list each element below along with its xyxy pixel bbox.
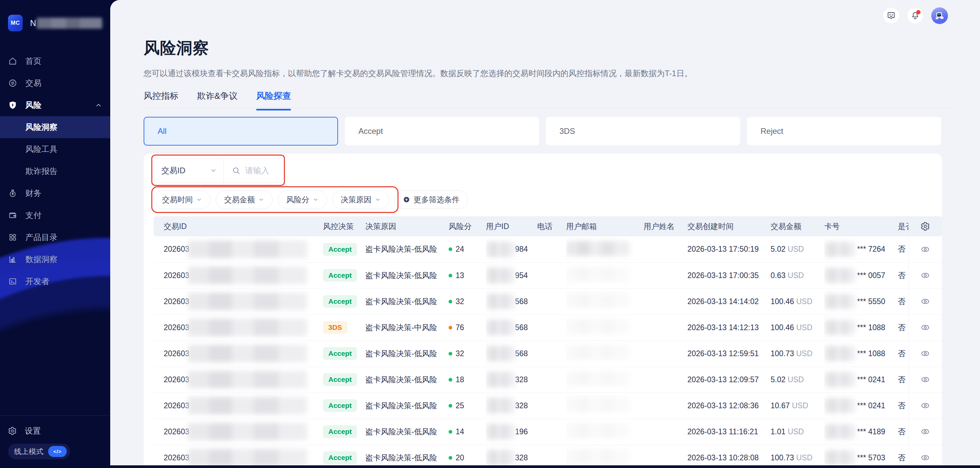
filter-label: 风险分 [286,195,309,205]
risk-score-dot [449,247,452,251]
transaction-id-redacted [188,345,307,362]
sidebar-item-settings[interactable]: 设置 [8,422,102,440]
filter-label: 决策原因 [341,195,371,205]
table-row: 202603 Accept 盗卡风险决策-低风险 24 984 2026-03-… [154,236,942,262]
view-details-icon[interactable] [921,271,930,280]
cell-transaction-id: 202603 [154,445,323,468]
cell-user-email [566,314,644,341]
card-number-suffix: *** 7264 [857,245,885,254]
sidebar-item-label: 开发者 [25,276,49,287]
cell-risk-decision: Accept [323,366,366,393]
terminal-icon [8,277,18,286]
sidebar-item-label: 数据洞察 [25,254,57,265]
decision-card-reject[interactable]: Reject [747,117,941,146]
decision-card-3ds[interactable]: 3DS [546,117,740,146]
view-details-icon[interactable] [921,453,930,462]
cell-created-time: 2026-03-13 12:09:57 [687,366,771,393]
column-settings-button[interactable] [921,222,930,231]
risk-score-dot [449,430,452,434]
search-field-select[interactable]: 交易ID [154,165,223,176]
decision-card-all[interactable]: All [144,117,338,146]
user-email-redacted [566,397,630,412]
card-number-suffix: *** 5550 [857,297,885,306]
col-risk-decision: 风控决策 [323,216,366,236]
card-number-suffix: *** 1088 [857,323,885,332]
amount-currency: USD [796,297,813,306]
card-number-suffix: *** 5703 [857,453,885,462]
sidebar-item-fraud-report[interactable]: 欺诈报告 [0,160,110,182]
filter-label: 交易金额 [224,195,255,205]
cell-transaction-id: 202603 [154,341,323,366]
cell-user-email [566,445,644,468]
filter-risk-score[interactable]: 风险分 [278,190,327,209]
table-row: 202603 Accept 盗卡风险决策-低风险 13 954 2026-03-… [154,262,942,289]
cell-amount: 100.73 USD [771,341,824,366]
cell-user-name [644,419,687,445]
sidebar-item-risk[interactable]: 风险 [0,94,110,116]
brand: MC N [0,0,110,41]
decision-badge: Accept [323,373,357,386]
assistant-avatar[interactable] [931,7,948,24]
view-details-icon[interactable] [921,245,930,254]
decision-card-accept[interactable]: Accept [345,117,539,146]
cell-risk-score: 20 [449,445,486,468]
sidebar-item-finance[interactable]: 财务 [0,182,110,204]
sidebar-item-label: 首页 [25,56,41,67]
search-icon [232,166,240,175]
support-chat-button[interactable] [883,8,899,24]
table-row: 202603 Accept 盗卡风险决策-低风险 14 196 2026-03-… [154,419,942,445]
search-input[interactable]: 请输入 [224,165,283,176]
filter-transaction-time[interactable]: 交易时间 [154,190,210,209]
cell-user-id: 328 [486,445,537,468]
more-filters-button[interactable]: 更多筛选条件 [395,190,468,209]
cell-user-id: 196 [486,419,537,445]
cell-phone [537,314,566,341]
risk-score-value: 32 [456,297,464,306]
view-details-icon[interactable] [921,375,930,384]
sidebar-item-data-insight[interactable]: 数据洞察 [0,248,110,270]
search-placeholder: 请输入 [245,165,269,176]
sidebar-item-developer[interactable]: 开发者 [0,270,110,292]
product-catalog-icon [8,233,18,242]
view-details-icon[interactable] [921,427,930,436]
cell-risk-decision: Accept [323,419,366,445]
sidebar-item-product-catalog[interactable]: 产品目录 [0,226,110,248]
sidebar-item-label: 风险工具 [25,144,57,155]
col-phone: 电话 [537,216,566,236]
table-row: 202603 Accept 盗卡风险决策-低风险 32 568 2026-03-… [154,289,942,314]
transaction-id-redacted [188,241,307,258]
bottom-scrollbar[interactable] [110,465,980,468]
cell-phone [537,289,566,314]
user-id-suffix: 328 [515,453,528,462]
sidebar-item-transactions[interactable]: 交易 [0,72,110,94]
user-id-redacted [486,294,515,309]
cell-risk-score: 24 [449,236,486,262]
sidebar-item-risk-insight[interactable]: 风险洞察 [0,116,110,138]
sidebar-item-label: 支付 [25,210,41,221]
view-details-icon[interactable] [921,401,930,410]
filter-decision-reason[interactable]: 决策原因 [332,190,389,209]
view-details-icon[interactable] [921,323,930,332]
transaction-id-prefix: 202603 [164,271,189,280]
cell-actions [908,419,942,445]
view-details-icon[interactable] [921,297,930,306]
chevron-down-icon [258,197,264,203]
cell-actions [908,262,942,289]
notifications-button[interactable] [907,8,923,24]
cell-risk-score: 32 [449,341,486,366]
cell-phone [537,366,566,393]
col-card-number: 卡号 [824,216,898,236]
transaction-id-redacted [188,319,307,336]
cell-phone [537,445,566,468]
table-row: 202603 Accept 盗卡风险决策-低风险 18 328 2026-03-… [154,366,942,393]
view-details-icon[interactable] [921,349,930,358]
cell-risk-decision: Accept [323,445,366,468]
sidebar-item-payment[interactable]: 支付 [0,204,110,226]
cell-amount: 5.02 USD [771,236,824,262]
sidebar-item-home[interactable]: 首页 [0,50,110,72]
cell-user-email [566,236,644,262]
filter-transaction-amount[interactable]: 交易金额 [216,190,272,209]
sidebar-item-risk-tools[interactable]: 风险工具 [0,138,110,160]
user-email-redacted [566,371,630,386]
online-mode-toggle[interactable]: 线上模式 </> [8,444,70,459]
